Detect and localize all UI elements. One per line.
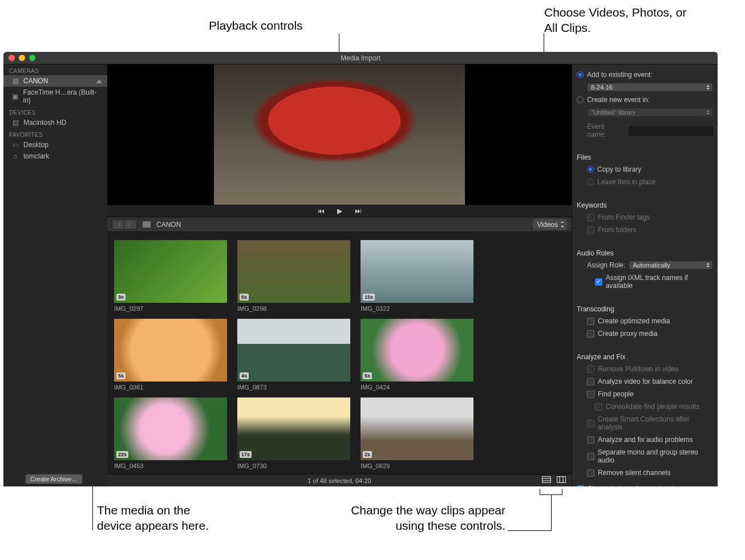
clip-item[interactable]: 6sIMG_0298 xyxy=(237,240,350,314)
create-new-event-radio[interactable]: Create new event in: xyxy=(577,95,713,104)
sidebar-item[interactable]: ⌂tomclark xyxy=(3,151,107,162)
zoom-icon[interactable] xyxy=(29,55,35,61)
find-people-check[interactable]: Find people xyxy=(577,389,713,399)
nav-back-button[interactable]: 〈 xyxy=(112,220,124,230)
play-button[interactable]: ▶ xyxy=(337,207,342,215)
fix-audio-check[interactable]: Analyze and fix audio problems xyxy=(577,435,713,444)
close-after-import-check[interactable]: Close window after starting import xyxy=(577,484,713,486)
sidebar-item-label: Macintosh HD xyxy=(23,119,66,127)
radio-off-icon xyxy=(577,96,584,103)
clip-thumbnail[interactable]: 6s xyxy=(237,240,350,303)
nav-forward-button[interactable]: 〉 xyxy=(124,220,137,230)
event-name-input xyxy=(629,126,713,136)
clip-thumbnail[interactable]: 15s xyxy=(361,240,473,303)
list-view-button[interactable] xyxy=(542,476,551,485)
clip-label: IMG_0873 xyxy=(237,384,350,391)
audio-roles-header: Audio Roles xyxy=(577,249,713,257)
window-title: Media Import xyxy=(341,54,380,62)
clip-item[interactable]: 5sIMG_0424 xyxy=(361,319,473,393)
desktop-icon: ▭ xyxy=(11,141,19,149)
annotation-media-l1: The media on the xyxy=(97,502,190,518)
annotation-view-l2: using these controls. xyxy=(340,518,505,533)
existing-event-select[interactable]: 8-24-16 xyxy=(587,83,713,92)
annotation-filter: Choose Videos, Photos, or All Clips. xyxy=(544,5,693,36)
from-folders-check: From folders xyxy=(577,225,713,234)
clip-item[interactable]: 22sIMG_0453 xyxy=(114,397,227,472)
clip-thumbnail[interactable]: 2s xyxy=(361,397,473,460)
add-existing-event-radio[interactable]: Add to existing event: xyxy=(577,70,713,79)
remove-pulldown-check: Remove Pulldown in video xyxy=(577,364,713,374)
clip-label: IMG_0361 xyxy=(114,384,227,391)
sidebar-header: FAVORITES xyxy=(3,128,107,139)
transcoding-header: Transcoding xyxy=(577,305,713,313)
balance-color-check[interactable]: Analyze video for balance color xyxy=(577,377,713,386)
files-header: Files xyxy=(577,153,713,161)
clip-thumbnail[interactable]: 5s xyxy=(361,319,473,382)
duration-badge: 4s xyxy=(240,372,249,379)
analyze-fix-header: Analyze and Fix xyxy=(577,353,713,361)
clip-label: IMG_0730 xyxy=(237,462,350,469)
annotation-playback: Playback controls xyxy=(209,18,303,33)
titlebar: Media Import xyxy=(3,52,718,64)
svg-rect-3 xyxy=(557,477,566,483)
eject-icon[interactable]: ⏏ xyxy=(96,78,102,84)
preview-image xyxy=(214,64,465,205)
clip-thumbnail[interactable]: 4s xyxy=(237,319,350,382)
source-sidebar: CAMERAS▦CANON⏏▣FaceTime H…era (Built-in)… xyxy=(3,64,107,486)
radio-on-icon xyxy=(577,71,584,78)
status-bar: 1 of 48 selected, 04:20 xyxy=(107,474,572,486)
clip-item[interactable]: 2sIMG_0829 xyxy=(361,397,473,472)
keywords-header: Keywords xyxy=(577,201,713,209)
new-event-library-select: "Untitled" library xyxy=(587,108,713,117)
svg-rect-0 xyxy=(542,477,551,483)
clip-thumbnail[interactable]: 3s xyxy=(114,240,227,303)
close-icon[interactable] xyxy=(9,55,15,61)
create-archive-button[interactable]: Create Archive… xyxy=(25,474,83,484)
clip-thumbnail[interactable]: 17s xyxy=(237,397,350,460)
annotation-media-l2: device appears here. xyxy=(97,518,209,533)
clip-filter-popup[interactable]: Videos xyxy=(533,219,567,230)
separate-mono-check[interactable]: Separate mono and group stereo audio xyxy=(577,448,713,465)
clip-item[interactable]: 3sIMG_0297 xyxy=(114,240,227,314)
selection-status: 1 of 48 selected, 04:20 xyxy=(307,477,371,484)
sidebar-item[interactable]: ▭Desktop xyxy=(3,139,107,151)
assign-role-select[interactable]: Automatically xyxy=(629,261,713,270)
breadcrumb: CANON xyxy=(156,221,181,229)
import-options-panel: Add to existing event: 8-24-16 Create ne… xyxy=(572,64,718,486)
sidebar-item-label: Desktop xyxy=(23,141,48,149)
minimize-icon[interactable] xyxy=(19,55,25,61)
sd-icon: ▦ xyxy=(11,77,19,85)
home-icon: ⌂ xyxy=(11,152,19,160)
copy-to-library-radio[interactable]: Copy to library xyxy=(577,165,713,174)
clip-label: IMG_0424 xyxy=(361,384,473,391)
sidebar-item[interactable]: ▤Macintosh HD xyxy=(3,117,107,128)
sidebar-item[interactable]: ▦CANON⏏ xyxy=(3,75,107,87)
browser-toolbar: 〈 〉 CANON Videos xyxy=(107,217,572,232)
duration-badge: 5s xyxy=(363,372,372,379)
duration-badge: 2s xyxy=(363,451,372,458)
cam-icon: ▣ xyxy=(11,92,19,100)
hd-icon: ▤ xyxy=(11,119,19,127)
clip-item[interactable]: 5sIMG_0361 xyxy=(114,319,227,393)
clip-thumbnail[interactable]: 5s xyxy=(114,319,227,382)
sidebar-item-label: FaceTime H…era (Built-in) xyxy=(23,88,102,104)
sidebar-header: CAMERAS xyxy=(3,64,107,75)
next-clip-button[interactable]: ⏭ xyxy=(355,207,362,215)
clip-item[interactable]: 15sIMG_0322 xyxy=(361,240,473,314)
clip-thumbnail[interactable]: 22s xyxy=(114,397,227,460)
sidebar-header: DEVICES xyxy=(3,106,107,117)
ixml-check[interactable]: Assign iXML track names if available xyxy=(577,273,713,290)
proxy-media-check[interactable]: Create proxy media xyxy=(577,329,713,338)
clip-grid[interactable]: 3sIMG_02976sIMG_029815sIMG_03225sIMG_036… xyxy=(107,232,572,474)
filmstrip-view-button[interactable] xyxy=(557,476,566,485)
from-finder-tags-check: From Finder tags xyxy=(577,213,713,222)
preview-viewer[interactable] xyxy=(107,64,572,205)
remove-silent-check[interactable]: Remove silent channels xyxy=(577,468,713,477)
smart-collections-check: Create Smart Collections after analysis xyxy=(577,415,713,432)
optimized-media-check[interactable]: Create optimized media xyxy=(577,316,713,326)
sidebar-item[interactable]: ▣FaceTime H…era (Built-in) xyxy=(3,87,107,106)
leave-in-place-radio: Leave files in place xyxy=(577,177,713,186)
clip-item[interactable]: 4sIMG_0873 xyxy=(237,319,350,393)
prev-clip-button[interactable]: ⏮ xyxy=(318,207,325,215)
clip-item[interactable]: 17sIMG_0730 xyxy=(237,397,350,472)
